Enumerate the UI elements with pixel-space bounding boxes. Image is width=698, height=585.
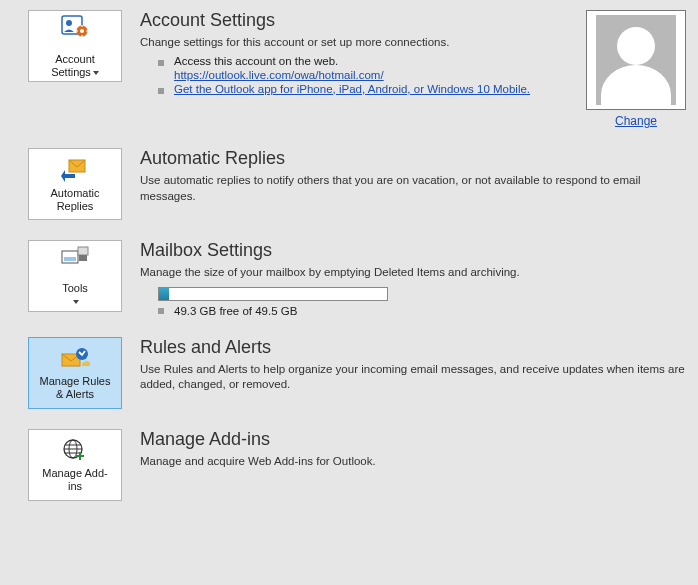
- section-mailbox-settings: Tools Mailbox Settings Manage the size o…: [0, 230, 698, 327]
- svg-rect-10: [64, 257, 76, 261]
- svg-rect-12: [79, 255, 87, 261]
- account-settings-button[interactable]: Account Settings: [28, 10, 122, 82]
- svg-point-3: [80, 29, 84, 33]
- automatic-replies-button[interactable]: Automatic Replies: [28, 148, 122, 220]
- tile-label: Manage Add- ins: [42, 467, 107, 492]
- rules-alerts-icon: [59, 344, 91, 372]
- mailbox-storage-text: 49.3 GB free of 49.5 GB: [174, 305, 297, 317]
- svg-point-1: [66, 20, 72, 26]
- tile-label: Manage Rules & Alerts: [40, 375, 111, 400]
- svg-rect-11: [78, 247, 88, 255]
- mailbox-storage-row: 49.3 GB free of 49.5 GB: [158, 305, 686, 317]
- bullet-access-web: Access this account on the web.: [158, 55, 578, 67]
- account-settings-content: Account Settings Change settings for thi…: [140, 10, 578, 97]
- mailbox-progress: [158, 287, 686, 301]
- tile-label: Automatic Replies: [51, 187, 100, 212]
- rules-alerts-content: Rules and Alerts Use Rules and Alerts to…: [140, 337, 686, 393]
- bullet-text: Access this account on the web.: [174, 55, 338, 67]
- addins-heading: Manage Add-ins: [140, 429, 686, 450]
- addins-desc: Manage and acquire Web Add-ins for Outlo…: [140, 454, 686, 470]
- get-outlook-app-link[interactable]: Get the Outlook app for iPhone, iPad, An…: [174, 83, 530, 95]
- mailbox-progress-fill: [159, 288, 169, 300]
- tile-label: Account Settings: [51, 41, 99, 79]
- manage-rules-alerts-button[interactable]: Manage Rules & Alerts: [28, 337, 122, 409]
- account-settings-heading: Account Settings: [140, 10, 578, 31]
- tools-button[interactable]: Tools: [28, 240, 122, 312]
- automatic-replies-heading: Automatic Replies: [140, 148, 686, 169]
- tools-icon: [59, 245, 91, 267]
- profile-photo[interactable]: [586, 10, 686, 110]
- section-manage-addins: Manage Add- ins Manage Add-ins Manage an…: [0, 419, 698, 511]
- profile-placeholder-icon: [596, 15, 676, 105]
- bullet-owa-link: https://outlook.live.com/owa/hotmail.com…: [158, 69, 578, 81]
- owa-link[interactable]: https://outlook.live.com/owa/hotmail.com…: [174, 69, 384, 81]
- section-rules-alerts: Manage Rules & Alerts Rules and Alerts U…: [0, 327, 698, 419]
- automatic-replies-content: Automatic Replies Use automatic replies …: [140, 148, 686, 204]
- account-settings-icon: [59, 14, 91, 38]
- mailbox-progress-bar: [158, 287, 388, 301]
- addins-icon: [59, 436, 91, 464]
- addins-content: Manage Add-ins Manage and acquire Web Ad…: [140, 429, 686, 470]
- automatic-replies-icon: [59, 156, 91, 184]
- dropdown-caret-icon: [93, 71, 99, 75]
- tile-label: Tools: [62, 270, 88, 308]
- automatic-replies-desc: Use automatic replies to notify others t…: [140, 173, 686, 204]
- profile-photo-block: Change: [586, 10, 686, 128]
- mailbox-settings-desc: Manage the size of your mailbox by empty…: [140, 265, 686, 281]
- mailbox-settings-content: Mailbox Settings Manage the size of your…: [140, 240, 686, 317]
- bullet-icon: [158, 308, 164, 314]
- svg-rect-21: [76, 455, 84, 457]
- rules-alerts-heading: Rules and Alerts: [140, 337, 686, 358]
- bullet-icon: [158, 60, 164, 66]
- change-photo-link[interactable]: Change: [615, 114, 657, 128]
- mailbox-settings-heading: Mailbox Settings: [140, 240, 686, 261]
- section-automatic-replies: Automatic Replies Automatic Replies Use …: [0, 138, 698, 230]
- manage-addins-button[interactable]: Manage Add- ins: [28, 429, 122, 501]
- section-account-settings: Account Settings Account Settings Change…: [0, 0, 698, 138]
- bullet-icon: [158, 88, 164, 94]
- dropdown-caret-icon: [73, 300, 79, 304]
- bullet-get-app: Get the Outlook app for iPhone, iPad, An…: [158, 83, 578, 95]
- account-settings-desc: Change settings for this account or set …: [140, 35, 578, 51]
- rules-alerts-desc: Use Rules and Alerts to help organize yo…: [140, 362, 686, 393]
